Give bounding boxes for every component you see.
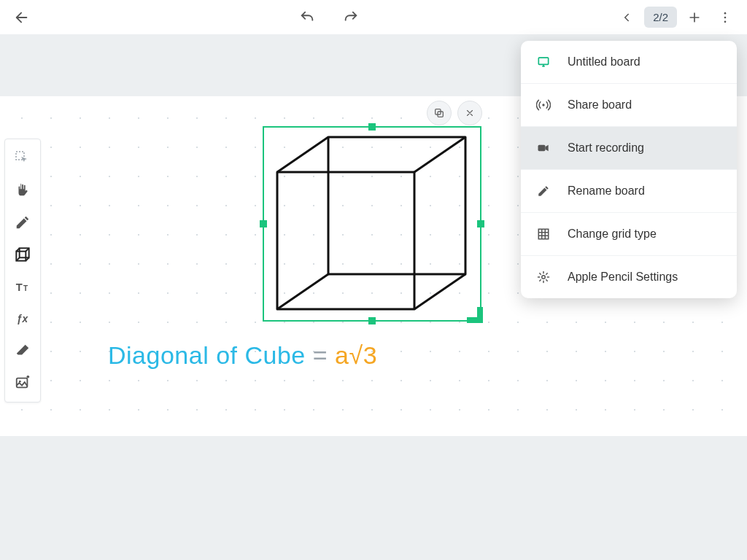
resize-handle-e[interactable] xyxy=(477,220,484,228)
select-tool[interactable] xyxy=(8,142,37,174)
delete-selection-button[interactable] xyxy=(457,101,482,125)
svg-point-27 xyxy=(542,276,546,279)
menu-item-label: Untitled board xyxy=(568,55,640,69)
svg-point-0 xyxy=(724,12,727,14)
close-icon xyxy=(465,108,475,118)
svg-point-22 xyxy=(19,381,21,383)
svg-text:T: T xyxy=(23,284,28,292)
selection-actions xyxy=(427,101,482,125)
menu-item-pencil-settings[interactable]: Apple Pencil Settings xyxy=(521,256,737,298)
equation-equals: = xyxy=(313,341,328,370)
undo-button[interactable] xyxy=(294,4,320,31)
menu-item-label: Change grid type xyxy=(568,228,657,241)
board-icon xyxy=(535,54,551,70)
shape-tool[interactable] xyxy=(8,238,37,271)
menu-item-rename-board[interactable]: Rename board xyxy=(521,170,737,213)
broadcast-icon xyxy=(535,97,551,113)
add-page-button[interactable] xyxy=(681,4,708,31)
formula-tool[interactable]: ƒx xyxy=(8,303,37,335)
tool-sidebar: TT ƒx xyxy=(4,139,41,402)
grid-icon xyxy=(535,226,551,242)
equation-text[interactable]: Diagonal of Cube = a√3 xyxy=(108,341,377,370)
video-icon xyxy=(535,140,551,156)
menu-item-label: Share board xyxy=(568,98,632,112)
menu-item-label: Rename board xyxy=(568,184,645,198)
more-menu: Untitled board Share board Start recordi… xyxy=(521,41,737,298)
undo-icon xyxy=(299,9,315,26)
svg-rect-5 xyxy=(277,172,414,309)
pencil-icon xyxy=(15,214,31,230)
menu-item-change-grid[interactable]: Change grid type xyxy=(521,213,737,256)
svg-rect-26 xyxy=(538,229,549,239)
svg-text:T: T xyxy=(16,281,23,293)
redo-button[interactable] xyxy=(338,4,364,31)
page-indicator[interactable]: 2/2 xyxy=(644,7,677,28)
resize-handle-s[interactable] xyxy=(368,317,376,324)
svg-line-8 xyxy=(414,137,465,172)
equation-rhs: a√3 xyxy=(335,341,377,370)
svg-rect-25 xyxy=(538,145,546,151)
text-tool[interactable]: TT xyxy=(8,271,37,303)
eraser-icon xyxy=(15,343,31,359)
cube-icon xyxy=(13,245,32,264)
menu-item-share-board[interactable]: Share board xyxy=(521,84,737,127)
prev-page-button[interactable] xyxy=(614,4,640,31)
redo-icon xyxy=(343,9,359,26)
copy-icon xyxy=(433,107,445,119)
page-indicator-label: 2/2 xyxy=(653,11,668,23)
pencil-icon xyxy=(535,183,551,199)
more-menu-button[interactable] xyxy=(712,4,738,31)
top-toolbar: 2/2 xyxy=(0,0,747,35)
hand-tool[interactable] xyxy=(8,174,37,206)
svg-rect-6 xyxy=(328,137,465,274)
image-tool[interactable] xyxy=(8,367,37,399)
more-vertical-icon xyxy=(718,10,732,25)
svg-text:ƒx: ƒx xyxy=(17,314,29,324)
footer-spacer xyxy=(0,436,747,560)
pen-tool[interactable] xyxy=(8,206,37,238)
menu-item-label: Apple Pencil Settings xyxy=(568,271,678,284)
svg-point-2 xyxy=(724,20,727,23)
hand-icon xyxy=(15,182,31,198)
menu-item-start-recording[interactable]: Start recording xyxy=(521,127,737,170)
copy-selection-button[interactable] xyxy=(427,101,452,125)
svg-line-9 xyxy=(277,274,328,309)
text-icon: TT xyxy=(15,279,31,295)
menu-item-label: Start recording xyxy=(568,141,644,155)
arrow-left-icon xyxy=(14,9,30,26)
equation-lhs: Diagonal of Cube xyxy=(108,341,306,370)
cube-shape[interactable] xyxy=(268,130,476,318)
fx-icon: ƒx xyxy=(15,311,31,327)
svg-line-7 xyxy=(277,137,328,172)
image-plus-icon xyxy=(15,375,31,391)
eraser-tool[interactable] xyxy=(8,335,37,367)
svg-point-24 xyxy=(542,104,544,106)
plus-icon xyxy=(687,10,702,25)
gear-icon xyxy=(535,269,551,285)
back-button[interactable] xyxy=(9,4,35,31)
menu-item-untitled-board[interactable]: Untitled board xyxy=(521,41,737,84)
cursor-icon xyxy=(14,149,31,167)
svg-point-1 xyxy=(724,16,727,18)
chevron-left-icon xyxy=(620,11,633,24)
svg-line-10 xyxy=(414,274,465,309)
svg-rect-23 xyxy=(538,58,548,64)
resize-handle-w[interactable] xyxy=(260,220,267,228)
